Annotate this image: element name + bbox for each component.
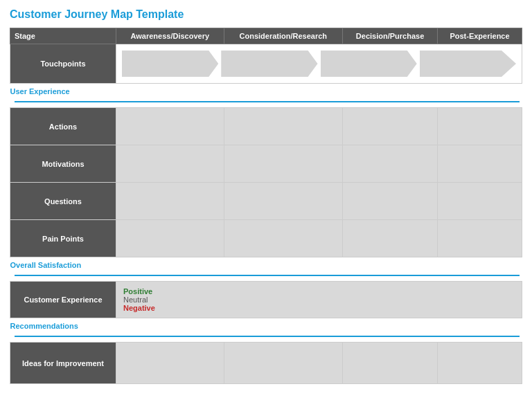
negative-text: Negative — [123, 304, 515, 312]
user-experience-section-header: User Experience — [10, 84, 522, 108]
actions-cell-3[interactable] — [343, 108, 438, 145]
pain-points-label: Pain Points — [10, 220, 116, 257]
motivations-cell-3[interactable] — [343, 145, 438, 183]
actions-cell-2[interactable] — [224, 108, 343, 145]
questions-cell-2[interactable] — [224, 183, 343, 220]
arrow-2 — [221, 51, 317, 77]
user-experience-section-row: User Experience — [10, 84, 522, 108]
ideas-label: Ideas for Improvement — [10, 343, 116, 384]
motivations-row: Motivations — [10, 145, 522, 183]
arrows-container — [122, 48, 516, 79]
customer-experience-label: Customer Experience — [10, 282, 116, 318]
ideas-cell-4[interactable] — [438, 343, 522, 384]
positive-text: Positive — [123, 287, 515, 296]
questions-row: Questions — [10, 183, 522, 220]
touchpoints-arrows — [116, 44, 522, 84]
questions-cell-1[interactable] — [116, 183, 224, 220]
stage-header: Stage — [10, 28, 116, 44]
ideas-cell-2[interactable] — [224, 343, 343, 384]
col-header-2: Consideration/Research — [224, 28, 343, 44]
motivations-label: Motivations — [10, 145, 116, 183]
col-header-4: Post-Experience — [438, 28, 522, 44]
journey-map-table: Stage Awareness/Discovery Consideration/… — [10, 28, 522, 384]
header-row: Stage Awareness/Discovery Consideration/… — [10, 28, 522, 44]
col-header-3: Decision/Purchase — [343, 28, 438, 44]
actions-cell-4[interactable] — [438, 108, 522, 145]
col-header-1: Awareness/Discovery — [116, 28, 224, 44]
overall-satisfaction-label: Overall Satisfaction — [10, 261, 82, 269]
pain-points-cell-4[interactable] — [438, 220, 522, 257]
user-experience-line — [15, 101, 520, 102]
user-experience-label: User Experience — [10, 87, 70, 96]
motivations-cell-4[interactable] — [438, 145, 522, 183]
pain-points-row: Pain Points — [10, 220, 522, 257]
motivations-cell-2[interactable] — [224, 145, 343, 183]
arrow-3 — [321, 51, 417, 77]
overall-satisfaction-section-header: Overall Satisfaction — [10, 257, 522, 282]
touchpoints-row: Touchpoints — [10, 44, 522, 84]
page-title: Customer Journey Map Template — [10, 8, 522, 21]
pain-points-cell-1[interactable] — [116, 220, 224, 257]
recommendations-section-header: Recommendations — [10, 318, 522, 343]
questions-cell-3[interactable] — [343, 183, 438, 220]
pain-points-cell-2[interactable] — [224, 220, 343, 257]
motivations-cell-1[interactable] — [116, 145, 224, 183]
recommendations-section-row: Recommendations — [10, 318, 522, 343]
actions-cell-1[interactable] — [116, 108, 224, 145]
touchpoints-label: Touchpoints — [10, 44, 116, 84]
ideas-cell-1[interactable] — [116, 343, 224, 384]
recommendations-line — [15, 336, 520, 337]
arrow-1 — [122, 51, 218, 77]
recommendations-label: Recommendations — [10, 322, 78, 330]
questions-cell-4[interactable] — [438, 183, 522, 220]
ideas-cell-3[interactable] — [343, 343, 438, 384]
ideas-row: Ideas for Improvement — [10, 343, 522, 384]
overall-satisfaction-section-row: Overall Satisfaction — [10, 257, 522, 282]
questions-label: Questions — [10, 183, 116, 220]
customer-experience-row: Customer Experience Positive Neutral Neg… — [10, 282, 522, 318]
arrow-4 — [420, 51, 516, 77]
customer-experience-cell[interactable]: Positive Neutral Negative — [116, 282, 522, 318]
pain-points-cell-3[interactable] — [343, 220, 438, 257]
actions-row: Actions — [10, 108, 522, 145]
actions-label: Actions — [10, 108, 116, 145]
overall-satisfaction-line — [15, 275, 520, 276]
neutral-text: Neutral — [123, 296, 515, 304]
